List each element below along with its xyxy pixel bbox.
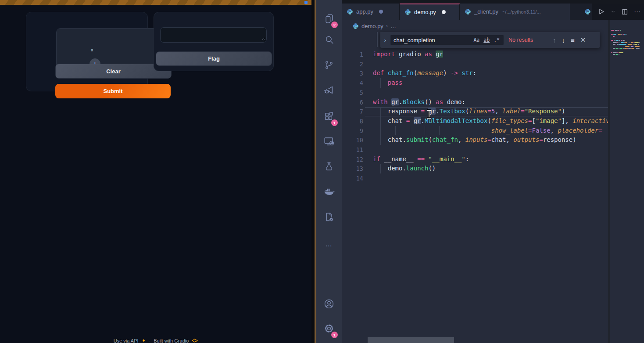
- activity-item-testing[interactable]: [316, 156, 342, 177]
- run-dropdown-chevron-icon[interactable]: [611, 9, 615, 14]
- output-textarea[interactable]: [160, 27, 267, 43]
- regex-icon[interactable]: .*: [494, 37, 500, 43]
- use-via-api-link[interactable]: Use via API: [114, 338, 139, 343]
- minimap-line: [627, 44, 627, 45]
- editor-actions: ⋯: [592, 4, 644, 20]
- code-token: show_label: [491, 127, 528, 134]
- code-token: (: [428, 136, 432, 143]
- split-editor-button[interactable]: [621, 8, 628, 15]
- modified-dot-icon[interactable]: [442, 10, 446, 14]
- activity-item-extensions[interactable]: 1: [316, 106, 342, 127]
- modified-dot-icon[interactable]: [379, 10, 383, 14]
- code-line[interactable]: response = gr.Textbox(lines=5, label="Re…: [373, 107, 608, 116]
- activity-item-remote-explorer[interactable]: [316, 131, 342, 152]
- activity-item-source-control[interactable]: [316, 54, 342, 76]
- line-number: 12: [342, 156, 363, 163]
- more-icon: ⋯: [326, 242, 333, 250]
- minimap-line: [623, 34, 624, 35]
- code-line[interactable]: chat = gr.MultimodalTextbox(file_types=[…: [373, 116, 608, 126]
- find-input[interactable]: chat_completion Aa ab .*: [390, 35, 504, 45]
- activity-item-search[interactable]: [316, 29, 342, 50]
- toggle-replace-chevron-icon[interactable]: ›: [380, 37, 390, 43]
- code-token: file_types: [491, 117, 528, 124]
- overview-ruler[interactable]: [640, 20, 644, 343]
- activity-item-explorer[interactable]: 2: [316, 8, 342, 29]
- breadcrumb-symbol[interactable]: …: [390, 23, 396, 29]
- docker-icon: [323, 186, 335, 198]
- activity-item-more[interactable]: ⋯: [316, 235, 342, 256]
- minimap-line: [618, 44, 619, 45]
- code-line[interactable]: chat.submit(chat_fn, inputs=chat, output…: [373, 135, 608, 145]
- title-strip: [342, 0, 644, 4]
- minimap-line: [613, 44, 615, 45]
- code-token: response: [373, 108, 421, 115]
- code-token: False: [532, 127, 550, 134]
- activity-item-cmake-tools[interactable]: [316, 206, 342, 227]
- code-token: =: [487, 136, 491, 143]
- code-line[interactable]: [373, 173, 608, 183]
- code-token: gr: [436, 51, 443, 58]
- minimap-line: [615, 40, 615, 41]
- minimap-line: [624, 42, 625, 43]
- tab-demopy[interactable]: demo.py: [400, 4, 460, 20]
- code-token: demo:: [447, 98, 465, 105]
- find-widget: › chat_completion Aa ab .* No results ↑ …: [380, 32, 600, 48]
- tab-_clientpy[interactable]: _client.py~/.../python3.11/...: [460, 4, 570, 20]
- horizontal-scrollbar[interactable]: [368, 337, 454, 343]
- previous-match-button[interactable]: ↑: [553, 36, 556, 44]
- activity-item-docker[interactable]: [316, 181, 342, 202]
- find-widget-sash[interactable]: [377, 32, 378, 47]
- code-token: [373, 127, 491, 134]
- activity-item-account[interactable]: [316, 293, 342, 314]
- minimap-line: [613, 42, 617, 43]
- code-line[interactable]: [373, 59, 608, 69]
- flag-button[interactable]: Flag: [156, 51, 272, 66]
- minimap-line: [628, 48, 631, 49]
- close-find-button[interactable]: ✕: [580, 36, 586, 44]
- submit-button[interactable]: Submit: [55, 84, 171, 98]
- tab-apppy[interactable]: app.py: [342, 4, 400, 20]
- minimap-line: [611, 52, 612, 53]
- code-line[interactable]: import gradio as gr: [373, 50, 608, 59]
- run-debug-icon: [323, 85, 335, 96]
- whole-word-icon[interactable]: ab: [483, 37, 490, 43]
- minimap-line: [619, 48, 623, 49]
- code-line[interactable]: [373, 145, 608, 155]
- minimap-line: [627, 48, 628, 49]
- code-line[interactable]: pass: [373, 78, 608, 88]
- activity-item-run-debug[interactable]: [316, 80, 342, 101]
- code-line[interactable]: with gr.Blocks() as demo:: [373, 97, 608, 107]
- code-token: ,: [495, 108, 502, 115]
- code-line[interactable]: def chat_fn(message) -> str:: [373, 69, 608, 78]
- minimap-line: [624, 48, 627, 49]
- minimap-line: [625, 46, 630, 47]
- breadcrumb[interactable]: demo.py › …: [342, 20, 608, 32]
- bolt-icon: [142, 338, 146, 343]
- minimap-line: [628, 42, 628, 43]
- run-python-file-button[interactable]: [597, 8, 605, 15]
- minimap-line: [620, 30, 621, 31]
- minimap-line: [635, 46, 640, 47]
- code-token: with: [373, 98, 391, 105]
- minimap[interactable]: [610, 26, 640, 343]
- match-case-icon[interactable]: Aa: [473, 37, 479, 43]
- line-number: 5: [342, 89, 363, 96]
- code-token: :: [473, 69, 476, 76]
- python-file-icon: [465, 8, 471, 15]
- code-line[interactable]: show_label=False, placeholder=: [373, 126, 608, 136]
- more-actions-button[interactable]: ⋯: [634, 8, 641, 16]
- code-line[interactable]: if __name__ == "__main__":: [373, 155, 608, 164]
- built-with-gradio-link[interactable]: Built with Gradio: [154, 338, 189, 343]
- code-line[interactable]: demo.launch(): [373, 164, 608, 173]
- minimap-line: [625, 42, 627, 43]
- minimap-line: [615, 48, 618, 49]
- breadcrumb-file[interactable]: demo.py: [361, 23, 383, 29]
- resize-handle-icon[interactable]: [261, 36, 265, 40]
- find-in-selection-button[interactable]: ≡: [571, 36, 575, 44]
- activity-item-settings[interactable]: 1: [316, 318, 342, 339]
- input-label: x: [91, 47, 93, 52]
- code-token: (: [487, 117, 491, 124]
- next-match-button[interactable]: ↓: [562, 36, 565, 44]
- code-line[interactable]: [373, 88, 608, 97]
- find-query-text[interactable]: chat_completion: [394, 37, 473, 43]
